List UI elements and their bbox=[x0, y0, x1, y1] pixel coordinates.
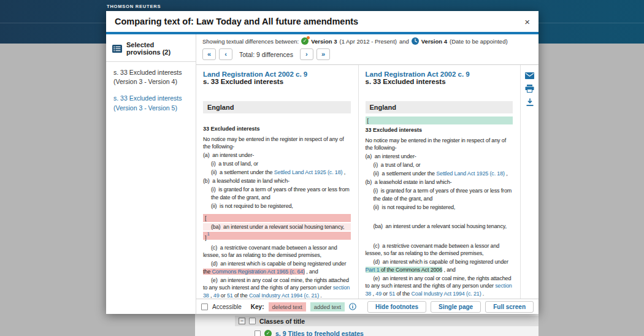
selected-provisions-heading: Selected provisions (2) bbox=[106, 34, 196, 62]
collapse-icon[interactable]: − bbox=[239, 318, 245, 324]
dialog-footer: Accessible Key: deleted text added text … bbox=[196, 299, 539, 314]
single-page-button[interactable]: Single page bbox=[431, 301, 481, 313]
classes-of-title-header: − Classes of title bbox=[235, 316, 539, 326]
legislation-paragraph: (b) a leasehold estate in land which- bbox=[203, 177, 351, 185]
text-run: or bbox=[381, 291, 389, 297]
text-run: (i) a trust of land, or bbox=[374, 162, 421, 168]
text-run: No notice may be entered in the register… bbox=[366, 137, 508, 151]
spacer bbox=[203, 211, 351, 213]
selected-provisions-label: Selected provisions (2) bbox=[126, 41, 190, 56]
section-heading: 33 Excluded interests bbox=[366, 127, 513, 133]
deleted-text-key: deleted text bbox=[269, 302, 306, 311]
statute-link[interactable]: 51 bbox=[227, 292, 233, 299]
legislation-paragraph: (e) an interest in any coal or coal mine… bbox=[203, 277, 351, 299]
difference-navigation: « ‹ Total: 9 differences › » bbox=[196, 46, 539, 65]
comparison-summary: Showing textual differences between: ✓ V… bbox=[196, 34, 539, 46]
legislation-paragraph: (d) an interest which is capable of bein… bbox=[203, 260, 351, 275]
legislation-paragraph: (ii) a settlement under the Settled Land… bbox=[374, 170, 513, 178]
act-title-link[interactable]: Land Registration Act 2002 c. 9 bbox=[203, 71, 351, 78]
summary-prefix: Showing textual differences between: bbox=[202, 38, 299, 45]
document-tools bbox=[520, 65, 539, 299]
close-icon[interactable]: × bbox=[524, 17, 530, 26]
text-run: (ba) an interest under a relevant social… bbox=[374, 223, 507, 229]
conjunction: and bbox=[399, 38, 409, 45]
background-page-content: − Classes of title ✓ s. 9 Titles to free… bbox=[195, 314, 539, 336]
text-run: , bbox=[505, 170, 508, 177]
previous-difference-button[interactable]: ‹ bbox=[219, 48, 232, 60]
statute-link[interactable]: Settled Land Act 1925 (c. 18) bbox=[274, 169, 343, 175]
text-run: . bbox=[319, 292, 322, 299]
act-title-link[interactable]: Land Registration Act 2002 c. 9 bbox=[366, 71, 513, 78]
statute-link[interactable]: 49 bbox=[375, 291, 381, 297]
page: THOMSON REUTERS − Classes of title ✓ s. … bbox=[0, 0, 644, 336]
statute-link[interactable]: Part 1 bbox=[366, 267, 380, 273]
legislation-paragraph: (ii) is not required to be registered, bbox=[211, 202, 351, 210]
section-checkbox[interactable] bbox=[249, 318, 256, 324]
sidebar-item-version-3-5[interactable]: s. 33 Excluded interests (Version 3 - Ve… bbox=[106, 88, 196, 113]
change-bracket-deleted: ]1 bbox=[203, 232, 351, 240]
sidebar-item-version-3-4[interactable]: s. 33 Excluded interests (Version 3 - Ve… bbox=[106, 62, 196, 88]
accessible-checkbox[interactable] bbox=[201, 304, 208, 310]
accessible-label: Accessible bbox=[212, 304, 242, 310]
last-difference-button[interactable]: » bbox=[316, 48, 330, 60]
provision-title: s. 33 Excluded interests bbox=[366, 78, 513, 85]
legislation-paragraph: No notice may be entered in the register… bbox=[366, 137, 513, 152]
right-version-name: Version 4 bbox=[421, 38, 447, 45]
statute-link[interactable]: Coal Industry Act 1994 (c. 21) bbox=[411, 291, 481, 297]
text-run: (a) an interest under- bbox=[203, 152, 254, 158]
legislation-paragraph: (ii) is not required to be registered, bbox=[374, 204, 513, 212]
provision-title: s. 33 Excluded interests bbox=[203, 78, 351, 85]
left-version-name: Version 3 bbox=[311, 38, 337, 45]
legislation-paragraph: (i) a trust of land, or bbox=[374, 161, 513, 169]
thomson-reuters-logo: THOMSON REUTERS bbox=[107, 4, 161, 9]
text-run: or bbox=[220, 292, 227, 299]
spacer bbox=[203, 113, 351, 126]
hide-footnotes-button[interactable]: Hide footnotes bbox=[367, 301, 426, 313]
statute-link[interactable]: Settled Land Act 1925 (c. 18) bbox=[436, 170, 505, 177]
statute-link[interactable]: 51 bbox=[389, 291, 395, 297]
row-checkbox[interactable] bbox=[255, 330, 261, 336]
legislation-paragraph: (a) an interest under- bbox=[203, 151, 351, 159]
provision-link[interactable]: s. 9 Titles to freehold estates bbox=[275, 330, 364, 336]
full-screen-button[interactable]: Full screen bbox=[485, 301, 534, 313]
spacer bbox=[203, 132, 351, 134]
selected-provisions-panel: Selected provisions (2) s. 33 Excluded i… bbox=[106, 34, 196, 314]
text-run: (i) a trust of land, or bbox=[211, 161, 258, 167]
text-run: , bbox=[209, 292, 213, 299]
first-difference-button[interactable]: « bbox=[202, 48, 216, 60]
footnote-marker[interactable]: 1 bbox=[207, 232, 210, 236]
dialog-title: Comparing text of: Law Today and All fut… bbox=[115, 17, 358, 26]
statute-link[interactable]: Coal Industry Act 1994 (c. 21) bbox=[249, 292, 319, 299]
text-run: (d) an interest which is capable of bein… bbox=[374, 259, 510, 265]
geographical-extent-heading: England bbox=[203, 101, 351, 113]
text-run: , and bbox=[442, 267, 456, 273]
legislation-paragraph: (e) an interest in any coal or coal mine… bbox=[366, 275, 513, 298]
version-3-document: Land Registration Act 2002 c. 9s. 33 Exc… bbox=[196, 65, 358, 299]
text-run: of the bbox=[395, 291, 411, 297]
text-run: (a) an interest under- bbox=[366, 153, 416, 159]
legislation-paragraph: (d) an interest which is capable of bein… bbox=[366, 258, 513, 273]
legislation-paragraph: (a) an interest under- bbox=[366, 153, 513, 161]
text-run: (ii) is not required to be registered, bbox=[211, 203, 293, 209]
dialog-header: Comparing text of: Law Today and All fut… bbox=[106, 11, 539, 32]
spacer bbox=[203, 241, 351, 243]
statute-link[interactable]: Commons Registration Act 1965 (c. 64) bbox=[212, 269, 305, 275]
download-icon[interactable] bbox=[526, 98, 534, 106]
next-difference-button[interactable]: › bbox=[300, 48, 313, 60]
spacer bbox=[366, 212, 513, 222]
section-title: Classes of title bbox=[259, 318, 305, 325]
email-icon[interactable] bbox=[525, 72, 534, 79]
info-icon[interactable] bbox=[349, 303, 356, 310]
list-icon bbox=[112, 45, 122, 53]
legislation-paragraph: (i) is granted for a term of years of th… bbox=[211, 186, 351, 201]
text-run: of the bbox=[233, 292, 249, 299]
spacer bbox=[366, 113, 513, 115]
in-force-check-icon: ✓ bbox=[264, 330, 272, 336]
statute-link[interactable]: 49 bbox=[213, 292, 220, 299]
change-bracket-deleted: [ bbox=[203, 214, 351, 222]
print-icon[interactable] bbox=[525, 85, 534, 93]
text-run: (d) an interest which is capable of bein… bbox=[211, 261, 348, 267]
provision-row: ✓ s. 9 Titles to freehold estates bbox=[255, 330, 539, 336]
dialog-body: Selected provisions (2) s. 33 Excluded i… bbox=[106, 34, 539, 314]
legislation-paragraph: (i) a trust of land, or bbox=[211, 160, 351, 168]
